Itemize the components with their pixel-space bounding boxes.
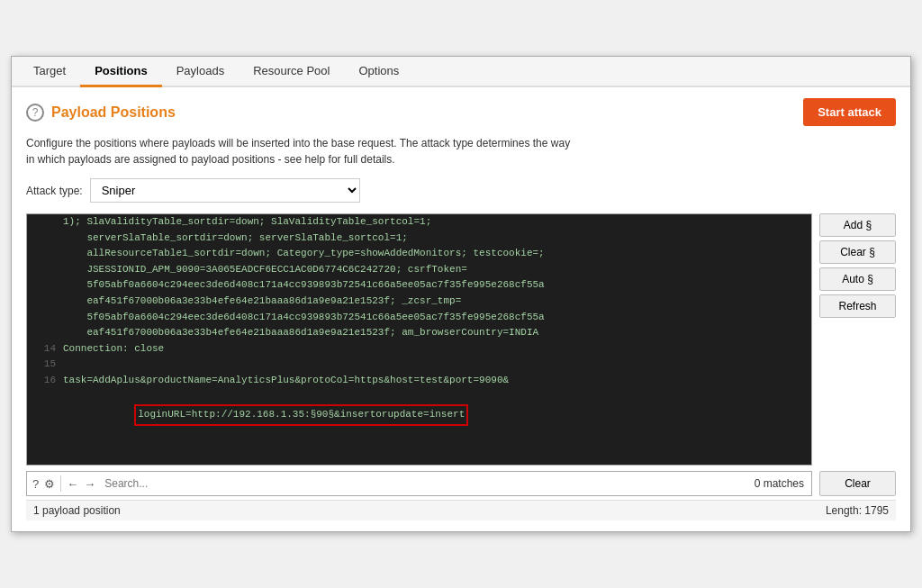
- gear-icon[interactable]: ⚙: [42, 475, 57, 493]
- line-14: 14 Connection: close: [27, 341, 811, 357]
- search-input[interactable]: [101, 477, 746, 490]
- description: Configure the positions where payloads w…: [26, 135, 896, 167]
- tab-bar: Target Positions Payloads Resource Pool …: [12, 57, 910, 87]
- tab-target[interactable]: Target: [19, 57, 80, 87]
- tab-payloads[interactable]: Payloads: [162, 57, 239, 87]
- start-attack-button[interactable]: Start attack: [803, 98, 896, 126]
- refresh-button[interactable]: Refresh: [819, 294, 896, 318]
- help-search-icon[interactable]: ?: [31, 475, 41, 493]
- attack-type-row: Attack type: Sniper Battering ram Pitchf…: [26, 178, 896, 203]
- request-editor[interactable]: 1); SlaValidityTable_sortdir=down; SlaVa…: [26, 213, 812, 466]
- search-row: ? ⚙ ← → 0 matches Clear: [26, 471, 896, 496]
- tab-options[interactable]: Options: [344, 57, 413, 87]
- search-matches: 0 matches: [747, 477, 811, 490]
- tab-resource-pool[interactable]: Resource Pool: [239, 57, 344, 87]
- search-divider: [60, 475, 61, 492]
- section-title-area: ? Payload Positions: [26, 104, 176, 122]
- clear-section-button[interactable]: Clear §: [819, 240, 896, 264]
- clear-button[interactable]: Clear: [819, 471, 896, 496]
- line-row: JSESSIONID_APM_9090=3A065EADCF6ECC1AC0D6…: [27, 262, 811, 278]
- line-16: 16 task=AddAplus&productName=AnalyticsPl…: [27, 373, 811, 389]
- sidebar-buttons: Add § Clear § Auto § Refresh: [819, 213, 896, 466]
- add-section-button[interactable]: Add §: [819, 213, 896, 237]
- main-window: Target Positions Payloads Resource Pool …: [11, 56, 911, 532]
- footer-left: 1 payload position: [33, 504, 121, 517]
- line-row: serverSlaTable_sortdir=down; serverSlaTa…: [27, 231, 811, 247]
- main-area: 1); SlaValidityTable_sortdir=down; SlaVa…: [26, 213, 896, 466]
- line-row: 5f05abf0a6604c294eec3de6d408c171a4cc9398…: [27, 277, 811, 294]
- help-icon[interactable]: ?: [26, 104, 44, 122]
- line-row: eaf451f67000b06a3e33b4efe64e21baaa86d1a9…: [27, 325, 811, 341]
- section-title: Payload Positions: [51, 104, 176, 121]
- forward-arrow-icon[interactable]: →: [82, 475, 97, 493]
- line-row: 5f05abf0a6604c294eec3de6d408c171a4cc9398…: [27, 310, 811, 326]
- auto-section-button[interactable]: Auto §: [819, 267, 896, 291]
- search-bar: ? ⚙ ← → 0 matches: [26, 471, 812, 496]
- tab-positions[interactable]: Positions: [80, 57, 162, 87]
- footer-right: Length: 1795: [826, 504, 889, 517]
- line-row: 1); SlaValidityTable_sortdir=down; SlaVa…: [27, 214, 811, 231]
- footer-bar: 1 payload position Length: 1795: [26, 500, 896, 520]
- line-row: allResourceTable1_sortdir=down; Category…: [27, 246, 811, 262]
- line-17: loginURL=http://192.168.1.35:§90§&insert…: [27, 389, 811, 442]
- section-header: ? Payload Positions Start attack: [26, 98, 896, 126]
- content-area: ? Payload Positions Start attack Configu…: [12, 87, 910, 531]
- line-15: 15: [27, 357, 811, 373]
- back-arrow-icon[interactable]: ←: [65, 475, 80, 493]
- line-row: eaf451f67000b06a3e33b4efe64e21baaa86d1a9…: [27, 294, 811, 310]
- attack-type-label: Attack type:: [26, 185, 83, 197]
- attack-type-select[interactable]: Sniper Battering ram Pitchfork Cluster b…: [90, 178, 360, 203]
- search-icons: ? ⚙ ← →: [27, 475, 101, 493]
